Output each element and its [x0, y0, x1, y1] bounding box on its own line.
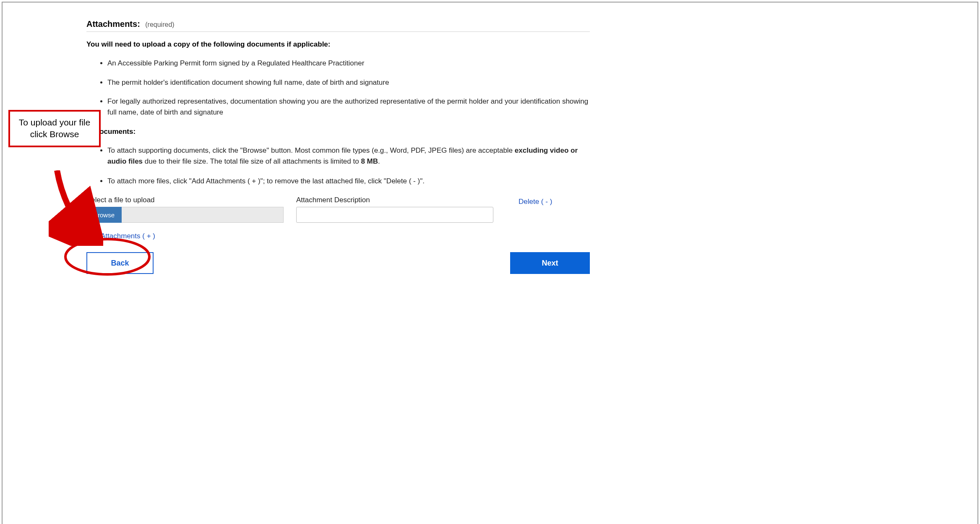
list-item: To attach supporting documents, click th…	[107, 145, 590, 167]
nav-row: Back Next	[86, 252, 590, 274]
callout-box: To upload your file click Browse	[8, 110, 101, 147]
text-fragment: due to their file size. The total file s…	[143, 157, 361, 165]
back-button[interactable]: Back	[86, 252, 154, 274]
delete-link[interactable]: Delete ( - )	[519, 198, 552, 206]
list-item: An Accessible Parking Permit form signed…	[107, 58, 590, 69]
attach-heading: of documents:	[86, 128, 590, 136]
main-content: Attachments: (required) You will need to…	[86, 19, 590, 274]
callout-arrow-icon	[49, 170, 103, 246]
file-select-label: Select a file to upload	[86, 196, 284, 204]
upload-row: Select a file to upload Browse Attachmen…	[86, 196, 590, 223]
section-title: Attachments:	[86, 19, 140, 29]
file-path-display[interactable]	[122, 207, 284, 223]
text-fragment: .	[378, 157, 380, 165]
text-fragment: To attach supporting documents, click th…	[107, 146, 515, 154]
instruction-lead: You will need to upload a copy of the fo…	[86, 40, 590, 49]
required-docs-list: An Accessible Parking Permit form signed…	[107, 58, 590, 117]
list-item: The permit holder's identification docum…	[107, 77, 590, 88]
next-button[interactable]: Next	[510, 252, 590, 274]
list-item: For legally authorized representatives, …	[107, 96, 590, 117]
section-header: Attachments: (required)	[86, 19, 590, 32]
browse-group: Browse	[86, 207, 284, 223]
section-required-label: (required)	[145, 21, 174, 28]
list-item: To attach more files, click "Add Attachm…	[107, 176, 590, 187]
text-bold: 8 MB	[361, 157, 378, 165]
description-label: Attachment Description	[296, 196, 493, 204]
description-field: Attachment Description	[296, 196, 493, 223]
file-select-field: Select a file to upload Browse	[86, 196, 284, 223]
description-input[interactable]	[296, 207, 493, 223]
page-frame: To upload your file click Browse Attachm…	[2, 2, 978, 524]
attachment-instructions-list: To attach supporting documents, click th…	[107, 145, 590, 187]
